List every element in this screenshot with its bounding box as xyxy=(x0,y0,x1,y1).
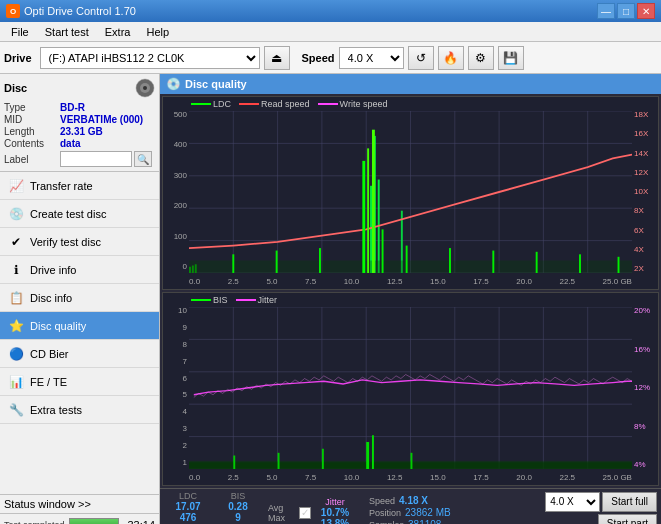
bis-jitter-chart: BIS Jitter 10 9 8 7 6 5 4 xyxy=(162,292,659,486)
bis-label: BIS xyxy=(213,295,228,305)
label-button[interactable]: 🔍 xyxy=(134,151,152,167)
svg-rect-38 xyxy=(618,257,620,273)
drive-select[interactable]: (F:) ATAPI iHBS112 2 CL0K xyxy=(40,47,260,69)
sidebar-item-create-test-disc[interactable]: 💿 Create test disc xyxy=(0,200,159,228)
svg-rect-30 xyxy=(367,148,369,273)
svg-rect-59 xyxy=(366,442,369,469)
bis-color xyxy=(191,299,211,301)
progress-bar-container xyxy=(69,518,119,524)
disc-quality-icon: ⭐ xyxy=(8,318,24,334)
jitter-legend-label: Jitter xyxy=(258,295,278,305)
save-button[interactable]: 💾 xyxy=(498,46,524,70)
result-speed-select[interactable]: 4.0 X xyxy=(545,492,600,512)
menu-help[interactable]: Help xyxy=(139,24,176,40)
svg-rect-35 xyxy=(492,251,494,273)
read-speed-color xyxy=(239,103,259,105)
menu-extra[interactable]: Extra xyxy=(98,24,138,40)
length-value: 23.31 GB xyxy=(60,126,103,137)
svg-point-2 xyxy=(143,86,147,90)
write-speed-label: Write speed xyxy=(340,99,388,109)
menu-bar: File Start test Extra Help xyxy=(0,22,661,42)
svg-rect-29 xyxy=(362,161,365,273)
chart1-y-right: 18X 16X 14X 12X 10X 8X 6X 4X 2X xyxy=(632,111,658,273)
samples-label: Samples xyxy=(369,520,404,525)
svg-rect-57 xyxy=(278,453,280,469)
ldc-avg: 17.07 xyxy=(175,501,200,512)
main-area: Disc Type BD-R MID VERBATIMe (000) Lengt xyxy=(0,74,661,524)
jitter-section: ✓ Jitter 10.7% 13.8% xyxy=(299,497,357,525)
jitter-max: 13.8% xyxy=(321,518,349,525)
disc-title: Disc xyxy=(4,82,27,94)
svg-rect-34 xyxy=(449,248,451,273)
ldc-results: LDC 17.07 476 6516458 xyxy=(164,491,212,524)
sidebar-item-disc-quality[interactable]: ⭐ Disc quality xyxy=(0,312,159,340)
progress-bar-fill xyxy=(70,519,118,524)
menu-file[interactable]: File xyxy=(4,24,36,40)
status-window-button[interactable]: Status window >> xyxy=(0,495,159,514)
read-speed-label: Read speed xyxy=(261,99,310,109)
bis-max: 9 xyxy=(235,512,241,523)
svg-rect-33 xyxy=(406,246,408,273)
refresh-button[interactable]: ↺ xyxy=(408,46,434,70)
sidebar-item-disc-info[interactable]: 📋 Disc info xyxy=(0,284,159,312)
disc-quality-title: Disc quality xyxy=(185,78,247,90)
drive-label: Drive xyxy=(4,52,32,64)
svg-rect-37 xyxy=(579,254,581,273)
row-labels: Avg Max Total xyxy=(268,493,287,525)
position-value: 23862 MB xyxy=(405,507,451,518)
ldc-chart: LDC Read speed Write speed 500 400 xyxy=(162,96,659,290)
ldc-chart-svg xyxy=(189,111,632,273)
ldc-legend-read: Read speed xyxy=(239,99,310,109)
cd-bier-icon: 🔵 xyxy=(8,346,24,362)
chart1-x-axis: 0.0 2.5 5.0 7.5 10.0 12.5 15.0 17.5 20.0… xyxy=(189,273,632,289)
sidebar-item-verify-test-disc[interactable]: ✔ Verify test disc xyxy=(0,228,159,256)
disc-icon xyxy=(135,78,155,98)
eject-button[interactable]: ⏏ xyxy=(264,46,290,70)
extra-tests-icon: 🔧 xyxy=(8,402,24,418)
sidebar-item-extra-tests[interactable]: 🔧 Extra tests xyxy=(0,396,159,424)
write-speed-color xyxy=(318,103,338,105)
speed-label: Speed xyxy=(369,496,395,506)
svg-rect-56 xyxy=(233,456,235,470)
label-input[interactable] xyxy=(60,151,132,167)
progress-row: Test completed 33:14 xyxy=(0,514,159,524)
close-button[interactable]: ✕ xyxy=(637,3,655,19)
burn-button[interactable]: 🔥 xyxy=(438,46,464,70)
chart2-y-left: 10 9 8 7 6 5 4 3 2 1 xyxy=(163,307,189,467)
label-key: Label xyxy=(4,154,60,165)
speed-select[interactable]: 4.0 X xyxy=(339,47,404,69)
progress-time: 33:14 xyxy=(123,519,155,524)
disc-info-icon: 📋 xyxy=(8,290,24,306)
max-label: Max xyxy=(268,513,285,523)
start-part-button[interactable]: Start part xyxy=(598,514,657,525)
speed-label: Speed xyxy=(302,52,335,64)
start-full-button[interactable]: Start full xyxy=(602,492,657,512)
chart2-y-right: 20% 16% 12% 8% 4% xyxy=(632,307,658,469)
minimize-button[interactable]: — xyxy=(597,3,615,19)
title-bar: O Opti Drive Control 1.70 — □ ✕ xyxy=(0,0,661,22)
chart2-x-axis: 0.0 2.5 5.0 7.5 10.0 12.5 15.0 17.5 20.0… xyxy=(189,469,632,485)
status-text: Test completed xyxy=(4,520,65,524)
sidebar-item-fe-te[interactable]: 📊 FE / TE xyxy=(0,368,159,396)
menu-start-test[interactable]: Start test xyxy=(38,24,96,40)
ldc-max: 476 xyxy=(180,512,197,523)
sidebar: Disc Type BD-R MID VERBATIMe (000) Lengt xyxy=(0,74,160,524)
type-value: BD-R xyxy=(60,102,85,113)
mid-value: VERBATIMe (000) xyxy=(60,114,143,125)
sidebar-item-drive-info[interactable]: ℹ Drive info xyxy=(0,256,159,284)
sidebar-item-transfer-rate[interactable]: 📈 Transfer rate xyxy=(0,172,159,200)
svg-rect-26 xyxy=(232,254,234,273)
drive-info-icon: ℹ xyxy=(8,262,24,278)
sidebar-item-cd-bier[interactable]: 🔵 CD Bier xyxy=(0,340,159,368)
svg-rect-25 xyxy=(189,261,632,273)
length-key: Length xyxy=(4,126,60,137)
settings-button[interactable]: ⚙ xyxy=(468,46,494,70)
disc-panel: Disc Type BD-R MID VERBATIMe (000) Lengt xyxy=(0,74,159,172)
maximize-button[interactable]: □ xyxy=(617,3,635,19)
ldc-legend: LDC Read speed Write speed xyxy=(191,99,387,109)
ldc-legend-ldc: LDC xyxy=(191,99,231,109)
jitter-checkbox[interactable]: ✓ xyxy=(299,507,311,519)
svg-rect-61 xyxy=(411,453,413,469)
ldc-legend-write: Write speed xyxy=(318,99,388,109)
svg-rect-28 xyxy=(319,248,321,273)
